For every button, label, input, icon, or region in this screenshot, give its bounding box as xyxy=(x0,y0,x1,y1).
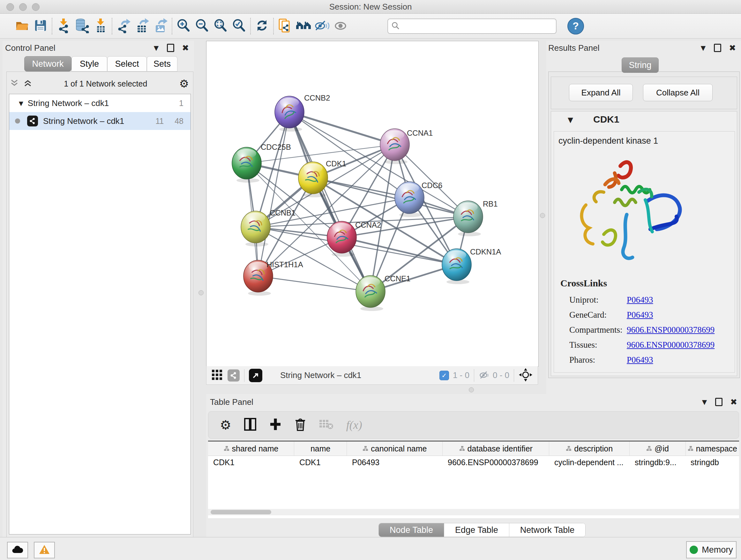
export-image-button[interactable] xyxy=(151,17,170,36)
column-header[interactable]: @id xyxy=(630,442,685,455)
panel-collapse-button[interactable]: ▼ xyxy=(701,44,705,52)
column-header[interactable]: description xyxy=(549,442,630,455)
left-splitter-handle[interactable] xyxy=(199,290,204,295)
crosslink-value[interactable]: P06493 xyxy=(627,310,653,320)
panel-close-button[interactable]: ✖ xyxy=(182,43,189,53)
table-options-gear-icon[interactable]: ⚙ xyxy=(220,418,231,432)
panel-float-button[interactable] xyxy=(714,44,721,52)
gene-description: cyclin-dependent kinase 1 xyxy=(558,136,658,146)
crosslink-value[interactable]: 9606.ENSP00000378699 xyxy=(627,325,715,335)
zoom-out-button[interactable] xyxy=(193,17,211,36)
zoom-selected-button[interactable] xyxy=(230,17,248,36)
open-folder-icon xyxy=(14,18,30,35)
column-header[interactable]: database identifier xyxy=(443,442,549,455)
cloud-status-button[interactable] xyxy=(7,542,28,558)
tab-network-table[interactable]: Network Table xyxy=(509,523,586,537)
panel-close-button[interactable]: ✖ xyxy=(730,397,737,407)
help-button[interactable]: ? xyxy=(567,18,584,35)
table-row[interactable]: CDK1 CDK1 P06493 9606.ENSP00000378699 cy… xyxy=(208,456,739,469)
column-header[interactable]: name xyxy=(294,442,347,455)
gene-card: cyclin-dependent kinase 1 xyxy=(554,131,735,373)
delete-column-trash-icon[interactable] xyxy=(294,417,307,433)
export-image-icon xyxy=(153,18,168,35)
import-table-file-button[interactable] xyxy=(91,17,110,36)
right-splitter-handle[interactable] xyxy=(540,213,545,218)
tab-edge-table[interactable]: Edge Table xyxy=(444,523,509,537)
selected-checkbox-icon[interactable]: ✓ xyxy=(440,371,449,380)
tab-select[interactable]: Select xyxy=(107,56,147,71)
zoom-fit-button[interactable] xyxy=(211,17,230,36)
panel-collapse-button[interactable]: ▼ xyxy=(154,44,158,52)
expand-all-networks-icon[interactable] xyxy=(23,79,32,88)
show-columns-icon[interactable] xyxy=(244,417,257,433)
export-table-button[interactable] xyxy=(133,17,151,36)
panel-float-button[interactable] xyxy=(715,398,723,406)
toolbar-divider xyxy=(273,18,274,35)
crosslink-value[interactable]: 9606.ENSP00000378699 xyxy=(627,340,715,350)
fit-selected-crosshair-icon[interactable] xyxy=(519,368,533,383)
memory-label: Memory xyxy=(702,545,733,555)
horizontal-splitter-handle[interactable] xyxy=(469,387,474,392)
gene-expander-icon[interactable]: ▼ xyxy=(568,116,573,124)
column-header[interactable]: shared name xyxy=(208,442,294,455)
panel-collapse-button[interactable]: ▼ xyxy=(702,398,707,406)
export-network-button[interactable] xyxy=(114,17,133,36)
tab-node-table[interactable]: Node Table xyxy=(379,523,444,537)
network-view-title: String Network – cdk1 xyxy=(280,370,361,380)
tab-style[interactable]: Style xyxy=(71,56,107,71)
scrollbar-thumb[interactable] xyxy=(211,510,271,514)
panel-float-button[interactable] xyxy=(167,44,174,52)
show-annotations-button[interactable] xyxy=(331,17,350,36)
warnings-button[interactable] xyxy=(34,542,55,558)
gene-section: ▼ CDK1 cyclin-dependent kinase 1 xyxy=(551,111,737,376)
database-icon xyxy=(74,18,90,35)
column-label: name xyxy=(311,444,331,453)
crosslink-value[interactable]: P06493 xyxy=(627,355,653,365)
network-share-icon[interactable] xyxy=(227,369,240,381)
node-label-HIST1H1A: HIST1H1A xyxy=(266,260,303,269)
zoom-in-button[interactable] xyxy=(174,17,193,36)
table-toolbar: ⚙ f(x) xyxy=(208,411,739,439)
hide-annotations-button[interactable] xyxy=(313,17,331,36)
grid-view-icon[interactable] xyxy=(212,369,222,381)
collapse-all-button[interactable]: Collapse All xyxy=(643,84,713,101)
add-column-icon[interactable] xyxy=(269,417,282,433)
node-label-CCNA2: CCNA2 xyxy=(355,221,381,229)
tab-network[interactable]: Network xyxy=(24,56,71,71)
crosslink-value[interactable]: P06493 xyxy=(627,295,653,305)
network-collection-row[interactable]: ▼ String Network – cdk1 1 xyxy=(9,94,191,112)
search-field[interactable] xyxy=(387,18,556,34)
window-close-light[interactable] xyxy=(6,3,14,11)
column-header[interactable]: canonical name xyxy=(347,442,443,455)
search-input[interactable] xyxy=(402,21,553,31)
crosslink-label: Uniprot: xyxy=(569,295,627,305)
open-session-button[interactable] xyxy=(13,17,31,36)
network-options-gear-icon[interactable]: ⚙ xyxy=(179,77,189,90)
clone-network-button[interactable] xyxy=(276,17,294,36)
table-hscrollbar[interactable] xyxy=(208,509,739,515)
window-zoom-light[interactable] xyxy=(32,3,40,11)
network-row[interactable]: String Network – cdk1 11 48 xyxy=(9,112,191,130)
window-minimize-light[interactable] xyxy=(19,3,27,11)
open-in-window-icon[interactable] xyxy=(249,369,262,382)
tree-expander-icon[interactable]: ▼ xyxy=(19,100,23,107)
column-header[interactable]: namespace xyxy=(686,442,739,455)
expand-all-button[interactable]: Expand All xyxy=(569,84,633,101)
network-graph[interactable]: CCNB2CCNA1CDC25BCDK1CDC6RB1CCNB1CCNA2CDK… xyxy=(206,41,538,366)
network-node-count: 11 xyxy=(155,117,164,126)
refresh-button[interactable] xyxy=(253,17,271,36)
import-network-file-button[interactable] xyxy=(54,17,73,36)
tab-sets[interactable]: Sets xyxy=(147,56,178,71)
save-session-button[interactable] xyxy=(31,17,50,36)
network-tree: ▼ String Network – cdk1 1 String Network… xyxy=(9,94,191,535)
tab-string[interactable]: String xyxy=(622,57,659,73)
crosslink-row: Uniprot: P06493 xyxy=(569,293,729,307)
collapse-all-networks-icon[interactable] xyxy=(10,79,18,88)
node-label-CCNA1: CCNA1 xyxy=(407,129,433,137)
memory-button[interactable]: Memory xyxy=(686,541,737,558)
show-all-networks-button[interactable] xyxy=(294,17,313,36)
network-canvas[interactable]: CCNB2CCNA1CDC25BCDK1CDC6RB1CCNB1CCNA2CDK… xyxy=(206,41,539,367)
crosslink-label: Pharos: xyxy=(569,355,627,365)
panel-close-button[interactable]: ✖ xyxy=(729,43,736,53)
import-network-database-button[interactable] xyxy=(73,17,91,36)
